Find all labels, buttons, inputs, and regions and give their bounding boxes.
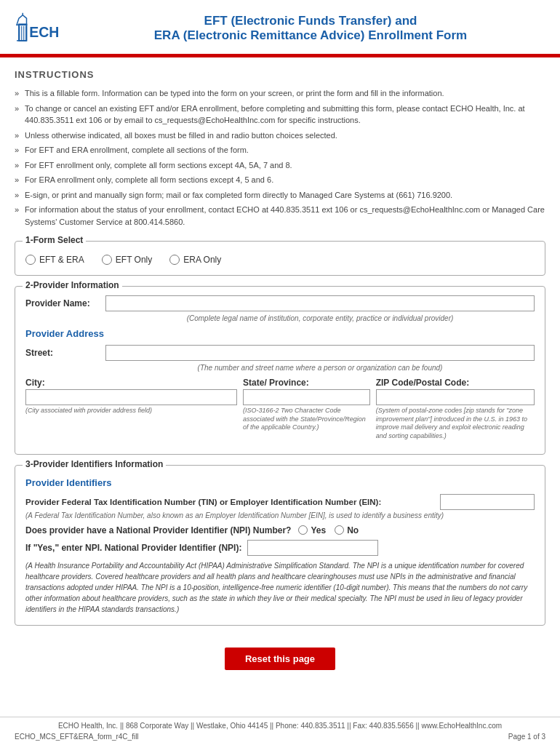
radio-eft-only-label: EFT Only (116, 255, 152, 265)
zip-field: ZIP Code/Postal Code: (System of postal-… (376, 378, 535, 441)
npi-no-label: No (347, 525, 359, 535)
city-field: City: (City associated with provider add… (25, 378, 237, 415)
form-select-content: EFT & ERA EFT Only ERA Only (25, 249, 535, 265)
npi-radios: Yes No (298, 525, 359, 535)
radio-era-only-label: ERA Only (183, 255, 221, 265)
instructions-list: This is a fillable form. Information can… (15, 86, 545, 229)
header-title: EFT (Electronic Funds Transfer) and ERA … (76, 14, 545, 43)
state-hint: (ISO-3166-2 Two Character Code associate… (243, 407, 370, 432)
instruction-item-2: To change or cancel an existing EFT and/… (15, 101, 545, 128)
radio-eft-era-input[interactable] (25, 255, 36, 265)
address-row: City: (City associated with provider add… (25, 378, 535, 441)
radio-era-only-input[interactable] (169, 255, 180, 265)
provider-info-title: 2-Provider Information (23, 280, 122, 290)
state-input[interactable] (243, 389, 370, 405)
instruction-item-1: This is a fillable form. Information can… (15, 86, 545, 101)
footer-form-id: ECHO_MCS_EFT&ERA_form_r4C_fill (15, 733, 139, 741)
npi-no-option[interactable]: No (335, 525, 359, 535)
footer-page: Page 1 of 3 (508, 733, 545, 741)
street-row: Street: (25, 345, 535, 361)
provider-identifiers-section: 3-Provider Identifiers Information Provi… (15, 465, 545, 626)
provider-identifiers-title: 3-Provider Identifiers Information (23, 459, 166, 469)
instruction-item-6: For ERA enrollment only, complete all fo… (15, 172, 545, 188)
instruction-item-4: For EFT and ERA enrollment, complete all… (15, 143, 545, 158)
tin-label: Provider Federal Tax Identification Numb… (25, 498, 436, 506)
npi-yes-option[interactable]: Yes (298, 525, 326, 535)
npi-description: (A Health Insurance Portability and Acco… (25, 560, 535, 615)
city-hint: (City associated with provider address f… (25, 407, 237, 415)
npi-yes-label: Yes (311, 525, 326, 535)
page-wrapper: ECHO EFT (Electronic Funds Transfer) and… (0, 0, 560, 745)
footer-info: ECHO Health, Inc. || 868 Corporate Way |… (15, 722, 545, 730)
form-select-section: 1-Form Select EFT & ERA EFT Only ERA Onl… (15, 241, 545, 276)
npi-input-label: If "Yes," enter NPI. National Provider I… (25, 543, 241, 553)
npi-yes-radio[interactable] (298, 525, 308, 535)
reset-container: Reset this page (15, 636, 545, 685)
npi-question-label: Does provider have a National Provider I… (25, 525, 291, 535)
provider-name-row: Provider Name: (25, 295, 535, 311)
main-content: INSTRUCTIONS This is a fillable form. In… (0, 57, 560, 717)
radio-eft-era[interactable]: EFT & ERA (25, 255, 84, 265)
street-label: Street: (25, 348, 105, 358)
reset-button[interactable]: Reset this page (225, 648, 335, 670)
zip-input[interactable] (376, 389, 535, 405)
provider-identifiers-subtitle: Provider Identifiers (25, 477, 535, 488)
npi-question-row: Does provider have a National Provider I… (25, 525, 535, 535)
header-title-line2: ERA (Electronic Remittance Advice) Enrol… (76, 28, 545, 43)
svg-rect-0 (19, 24, 27, 41)
tin-row: Provider Federal Tax Identification Numb… (25, 494, 535, 510)
street-hint: (The number and street name where a pers… (105, 364, 535, 372)
state-label: State/ Province: (243, 378, 370, 388)
radio-eft-only-input[interactable] (102, 255, 112, 265)
state-field: State/ Province: (ISO-3166-2 Two Charact… (243, 378, 370, 432)
zip-hint: (System of postal-zone codes [zip stands… (376, 407, 535, 441)
header-title-line1: EFT (Electronic Funds Transfer) and (76, 14, 545, 28)
tin-input[interactable] (440, 494, 535, 510)
instruction-item-7: E-sign, or print and manually sign form;… (15, 188, 545, 203)
tin-hint: (A Federal Tax Identification Number, al… (25, 511, 535, 519)
provider-address-subtitle: Provider Address (25, 328, 535, 339)
provider-name-hint: (Complete legal name of institution, cor… (105, 314, 535, 322)
npi-input[interactable] (247, 540, 378, 556)
radio-era-only[interactable]: ERA Only (169, 255, 221, 265)
footer-bottom: ECHO_MCS_EFT&ERA_form_r4C_fill Page 1 of… (15, 733, 545, 741)
instruction-item-3: Unless otherwise indicated, all boxes mu… (15, 128, 545, 143)
svg-rect-1 (19, 24, 27, 41)
provider-name-label: Provider Name: (25, 298, 105, 308)
provider-name-input[interactable] (105, 295, 535, 311)
provider-info-section: 2-Provider Information Provider Name: (C… (15, 286, 545, 455)
instruction-item-5: For EFT enrollment only, complete all fo… (15, 158, 545, 173)
npi-no-radio[interactable] (335, 525, 344, 535)
header: ECHO EFT (Electronic Funds Transfer) and… (0, 0, 560, 55)
svg-text:ECHO: ECHO (29, 24, 58, 40)
zip-label: ZIP Code/Postal Code: (376, 378, 535, 388)
svg-marker-2 (17, 15, 27, 25)
logo-area: ECHO (15, 10, 61, 47)
city-input[interactable] (25, 389, 237, 405)
street-input[interactable] (105, 345, 535, 361)
echo-logo-icon: ECHO (15, 10, 58, 47)
form-select-title: 1-Form Select (23, 235, 86, 245)
instructions-title: INSTRUCTIONS (15, 69, 545, 80)
footer: ECHO Health, Inc. || 868 Corporate Way |… (0, 717, 560, 745)
radio-eft-only[interactable]: EFT Only (102, 255, 152, 265)
radio-eft-era-label: EFT & ERA (39, 255, 84, 265)
city-label: City: (25, 378, 237, 388)
instruction-item-8: For information about the status of your… (15, 202, 545, 229)
npi-input-row: If "Yes," enter NPI. National Provider I… (25, 540, 535, 556)
